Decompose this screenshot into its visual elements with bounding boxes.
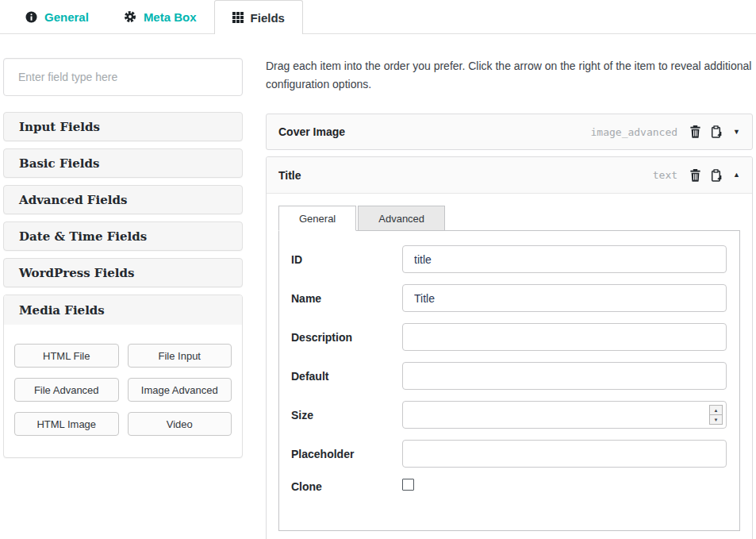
section-label: Basic Fields xyxy=(19,156,99,171)
media-fields-list: HTML File File Input File Advanced Image… xyxy=(4,325,242,457)
field-type-image-advanced-button[interactable]: Image Advanced xyxy=(128,378,232,402)
sidebar-section-media-fields-header[interactable]: Media Fields xyxy=(4,295,242,325)
instructions-text: Drag each item into the order you prefer… xyxy=(266,57,753,94)
field-editor-tabs: General Advanced xyxy=(278,206,740,230)
sidebar-section-wordpress-fields[interactable]: WordPress Fields xyxy=(3,258,243,287)
form-row-name: Name xyxy=(291,284,727,312)
size-field[interactable] xyxy=(402,401,727,429)
form-row-placeholder: Placeholder xyxy=(291,440,727,468)
info-icon xyxy=(25,11,37,23)
grid-icon xyxy=(232,12,244,23)
placeholder-field[interactable] xyxy=(402,440,727,468)
tab-fields-label: Fields xyxy=(251,11,285,25)
sidebar-section-media-fields: Media Fields HTML File File Input File A… xyxy=(3,295,243,458)
settings-tabbar: General Meta Box Fields xyxy=(0,0,756,34)
field-type-html-image-button[interactable]: HTML Image xyxy=(14,412,119,436)
field-type-file-advanced-button[interactable]: File Advanced xyxy=(14,378,119,402)
field-type-html-file-button[interactable]: HTML File xyxy=(14,344,119,368)
tab-meta-box[interactable]: Meta Box xyxy=(106,0,214,33)
field-editor-panel: ID Name Description xyxy=(278,230,740,531)
field-type-badge: image_advanced xyxy=(591,126,678,138)
clone-checkbox[interactable] xyxy=(402,479,414,491)
expand-field-button[interactable]: ▼ xyxy=(733,129,740,136)
field-type-search-input[interactable] xyxy=(3,58,243,96)
description-field[interactable] xyxy=(402,323,727,351)
duplicate-field-button[interactable] xyxy=(711,125,723,138)
sidebar-section-advanced-fields[interactable]: Advanced Fields xyxy=(3,185,243,214)
sidebar-section-input-fields[interactable]: Input Fields xyxy=(3,112,243,141)
tab-fields[interactable]: Fields xyxy=(214,0,303,34)
name-field[interactable] xyxy=(402,284,727,312)
default-label: Default xyxy=(291,370,402,383)
field-item-label: Title xyxy=(278,169,301,182)
name-label: Name xyxy=(291,292,402,305)
duplicate-icon xyxy=(711,125,723,138)
form-row-id: ID xyxy=(291,245,727,273)
form-row-default: Default xyxy=(291,362,727,390)
section-label: Advanced Fields xyxy=(19,193,127,207)
field-item-title-header[interactable]: Title text xyxy=(267,157,752,194)
form-row-size: Size ▲ ▼ xyxy=(291,401,727,429)
section-label: WordPress Fields xyxy=(19,266,134,280)
delete-field-button[interactable] xyxy=(690,125,700,138)
trash-icon xyxy=(690,125,700,138)
editor-tab-advanced[interactable]: Advanced xyxy=(358,206,445,231)
section-label: Input Fields xyxy=(19,120,100,134)
sidebar-section-date-time-fields[interactable]: Date & Time Fields xyxy=(3,221,243,251)
field-type-file-input-button[interactable]: File Input xyxy=(128,344,232,368)
field-item-cover-image[interactable]: Cover Image image_advanced xyxy=(266,114,753,150)
clone-label: Clone xyxy=(291,480,402,493)
caret-down-icon: ▼ xyxy=(733,129,740,136)
form-row-description: Description xyxy=(291,323,727,351)
collapse-field-button[interactable]: ▲ xyxy=(733,171,740,179)
spinner-down-icon: ▼ xyxy=(714,418,719,422)
field-item-title: Title text xyxy=(266,156,753,539)
spinner-down-button[interactable]: ▼ xyxy=(710,415,722,424)
duplicate-field-button[interactable] xyxy=(711,169,723,182)
tab-general-label: General xyxy=(44,10,89,24)
duplicate-icon xyxy=(711,169,723,182)
editor-tab-general[interactable]: General xyxy=(278,206,356,231)
field-type-video-button[interactable]: Video xyxy=(128,412,232,436)
field-types-sidebar: Input Fields Basic Fields Advanced Field… xyxy=(3,58,243,458)
size-label: Size xyxy=(291,409,402,422)
description-label: Description xyxy=(291,331,402,344)
spinner-up-button[interactable]: ▲ xyxy=(710,406,722,415)
gear-icon xyxy=(124,10,136,23)
tab-general[interactable]: General xyxy=(8,0,106,33)
field-item-label: Cover Image xyxy=(278,125,345,138)
field-editor: General Advanced ID Name Descrip xyxy=(267,194,752,539)
id-label: ID xyxy=(291,253,402,266)
placeholder-label: Placeholder xyxy=(291,448,402,460)
default-field[interactable] xyxy=(402,362,727,390)
caret-up-icon: ▲ xyxy=(733,171,740,179)
tab-meta-box-label: Meta Box xyxy=(144,10,197,24)
trash-icon xyxy=(690,169,700,182)
number-spinner: ▲ ▼ xyxy=(709,405,723,425)
id-field[interactable] xyxy=(402,245,727,273)
form-row-clone: Clone xyxy=(291,479,727,494)
section-label: Date & Time Fields xyxy=(19,229,147,244)
fields-list-panel: Drag each item into the order you prefer… xyxy=(266,57,753,539)
section-label: Media Fields xyxy=(19,303,105,318)
sidebar-section-basic-fields[interactable]: Basic Fields xyxy=(3,148,243,178)
spinner-up-icon: ▲ xyxy=(714,408,719,413)
field-type-badge: text xyxy=(653,169,677,181)
delete-field-button[interactable] xyxy=(690,169,700,182)
